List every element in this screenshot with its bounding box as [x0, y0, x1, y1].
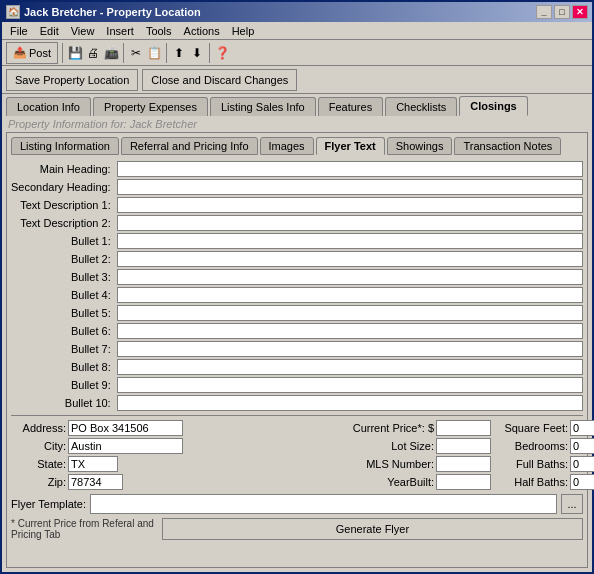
address-label: Address: [11, 422, 66, 434]
save-icon[interactable]: 💾 [67, 45, 83, 61]
flyer-template-label: Flyer Template: [11, 498, 86, 510]
half-baths-label: Half Baths: [498, 476, 568, 488]
sub-tabs: Listing Information Referral and Pricing… [11, 137, 583, 155]
state-input[interactable] [68, 456, 118, 472]
down-icon[interactable]: ⬇ [189, 45, 205, 61]
full-baths-input[interactable] [570, 456, 594, 472]
flyer-text-form: Main Heading: Secondary Heading: Text De… [11, 161, 583, 411]
toolbar-separator4 [209, 43, 210, 63]
copy-icon[interactable]: 📋 [146, 45, 162, 61]
city-input[interactable] [68, 438, 183, 454]
maximize-button[interactable]: □ [554, 5, 570, 19]
zip-input[interactable] [68, 474, 123, 490]
menu-edit[interactable]: Edit [34, 24, 65, 38]
text-desc2-input[interactable] [117, 215, 583, 231]
bullet4-input[interactable] [117, 287, 583, 303]
bullet3-input[interactable] [117, 269, 583, 285]
bullet7-label: Bullet 7: [11, 343, 113, 355]
menu-insert[interactable]: Insert [100, 24, 140, 38]
city-label: City: [11, 440, 66, 452]
menu-view[interactable]: View [65, 24, 101, 38]
bullet10-label: Bullet 10: [11, 397, 113, 409]
bullet4-label: Bullet 4: [11, 289, 113, 301]
window-title: Jack Bretcher - Property Location [24, 6, 201, 18]
fax-icon[interactable]: 📠 [103, 45, 119, 61]
year-built-label: YearBuilt: [324, 476, 434, 488]
year-built-input[interactable] [436, 474, 491, 490]
flyer-browse-button[interactable]: ... [561, 494, 583, 514]
app-icon: 🏠 [6, 5, 20, 19]
bullet10-input[interactable] [117, 395, 583, 411]
bullet2-input[interactable] [117, 251, 583, 267]
help-icon[interactable]: ❓ [214, 45, 230, 61]
square-feet-input[interactable] [570, 420, 594, 436]
price-note: * Current Price from Referal andPricing … [11, 518, 154, 540]
title-bar: 🏠 Jack Bretcher - Property Location _ □ … [2, 2, 592, 22]
bullet5-input[interactable] [117, 305, 583, 321]
address-input[interactable] [68, 420, 183, 436]
main-heading-input[interactable] [117, 161, 583, 177]
bullet6-label: Bullet 6: [11, 325, 113, 337]
bullet1-label: Bullet 1: [11, 235, 113, 247]
tab-features[interactable]: Features [318, 97, 383, 116]
toolbar: 📤 Post 💾 🖨 📠 ✂ 📋 ⬆ ⬇ ❓ [2, 40, 592, 66]
secondary-heading-input[interactable] [117, 179, 583, 195]
bottom-actions: * Current Price from Referal andPricing … [11, 518, 583, 540]
flyer-template-input[interactable] [90, 494, 557, 514]
post-icon: 📤 [13, 46, 27, 59]
bedrooms-input[interactable] [570, 438, 594, 454]
bullet5-label: Bullet 5: [11, 307, 113, 319]
subtab-images[interactable]: Images [260, 137, 314, 155]
content-area: Listing Information Referral and Pricing… [6, 132, 588, 568]
minimize-button[interactable]: _ [536, 5, 552, 19]
mls-input[interactable] [436, 456, 491, 472]
toolbar-separator3 [166, 43, 167, 63]
half-baths-input[interactable] [570, 474, 594, 490]
close-discard-button[interactable]: Close and Discard Changes [142, 69, 297, 91]
tab-location-info[interactable]: Location Info [6, 97, 91, 116]
bullet9-input[interactable] [117, 377, 583, 393]
cut-icon[interactable]: ✂ [128, 45, 144, 61]
subtab-flyer-text[interactable]: Flyer Text [316, 137, 385, 155]
subtab-showings[interactable]: Showings [387, 137, 453, 155]
up-icon[interactable]: ⬆ [171, 45, 187, 61]
subtab-listing-info[interactable]: Listing Information [11, 137, 119, 155]
text-desc1-label: Text Description 1: [11, 199, 113, 211]
menu-tools[interactable]: Tools [140, 24, 178, 38]
tab-checklists[interactable]: Checklists [385, 97, 457, 116]
bullet7-input[interactable] [117, 341, 583, 357]
menu-file[interactable]: File [4, 24, 34, 38]
tab-listing-sales-info[interactable]: Listing Sales Info [210, 97, 316, 116]
current-price-label: Current Price*: $ [324, 422, 434, 434]
lot-size-input[interactable] [436, 438, 491, 454]
close-button[interactable]: ✕ [572, 5, 588, 19]
bullet2-label: Bullet 2: [11, 253, 113, 265]
menu-actions[interactable]: Actions [178, 24, 226, 38]
full-baths-label: Full Baths: [498, 458, 568, 470]
menu-help[interactable]: Help [226, 24, 261, 38]
subtab-transaction-notes[interactable]: Transaction Notes [454, 137, 561, 155]
print-icon[interactable]: 🖨 [85, 45, 101, 61]
save-property-button[interactable]: Save Property Location [6, 69, 138, 91]
toolbar-separator2 [123, 43, 124, 63]
text-desc1-input[interactable] [117, 197, 583, 213]
bedrooms-label: Bedrooms: [498, 440, 568, 452]
bullet9-label: Bullet 9: [11, 379, 113, 391]
mls-label: MLS Number: [324, 458, 434, 470]
bullet6-input[interactable] [117, 323, 583, 339]
bullet8-label: Bullet 8: [11, 361, 113, 373]
action-buttons-bar: Save Property Location Close and Discard… [2, 66, 592, 94]
subtab-referral-pricing[interactable]: Referral and Pricing Info [121, 137, 258, 155]
tab-closings[interactable]: Closings [459, 96, 527, 116]
main-window: 🏠 Jack Bretcher - Property Location _ □ … [0, 0, 594, 574]
post-button[interactable]: 📤 Post [6, 42, 58, 64]
property-info-label: Property Information for: Jack Bretcher [2, 116, 592, 132]
flyer-template-row: Flyer Template: ... [11, 494, 583, 514]
generate-flyer-button[interactable]: Generate Flyer [162, 518, 583, 540]
current-price-input[interactable] [436, 420, 491, 436]
bullet1-input[interactable] [117, 233, 583, 249]
tab-property-expenses[interactable]: Property Expenses [93, 97, 208, 116]
bullet3-label: Bullet 3: [11, 271, 113, 283]
menu-bar: File Edit View Insert Tools Actions Help [2, 22, 592, 40]
bullet8-input[interactable] [117, 359, 583, 375]
